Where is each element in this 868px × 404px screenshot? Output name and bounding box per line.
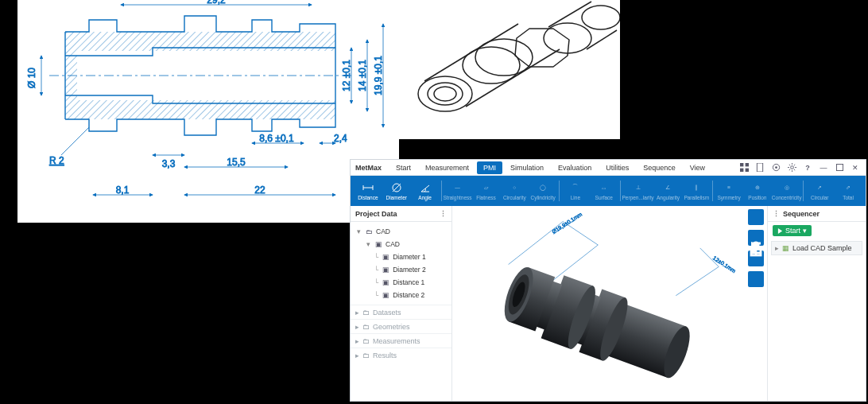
tree-distance-1[interactable]: └▣Distance 1 [351,276,451,289]
tree-distance-2[interactable]: └▣Distance 2 [351,289,451,301]
dim-22: 22 [254,185,265,196]
cube-icon: ▣ [382,278,389,286]
ribbon-circular[interactable]: ↗Circular [805,176,834,206]
sequencer-menu-icon[interactable]: ⋮ [773,210,780,218]
perpendicularity-icon: ⊥ [633,182,644,193]
dim-29-2: 29,2 [207,0,226,6]
sidebar-menu-icon[interactable]: ⋮ [440,210,447,218]
distance-icon [362,182,374,193]
menu-utilities[interactable]: Utilities [599,161,635,174]
layout-icon[interactable] [738,162,750,173]
sequencer-row-load-cad[interactable]: ▸ ▦ Load CAD Sample [771,241,862,255]
section-measurements[interactable]: ▸🗀Measurements [351,333,451,348]
ribbon-symmetry[interactable]: ≡Symmetry [715,176,743,206]
dim-8-1: 8,1 [116,185,130,196]
ribbon-angularity[interactable]: ∠Angularity [654,176,683,206]
menu-start[interactable]: Start [389,161,417,174]
dim-19-9: 19,9 ±0,1 [373,56,384,95]
section-results[interactable]: ▸🗀Results [351,348,451,362]
viewport-dim-distance: 12±0.1mm [712,255,737,274]
minimize-icon[interactable]: — [818,162,829,173]
svg-rect-1 [65,32,335,51]
ribbon-diameter[interactable]: Diameter [382,176,411,206]
menu-simulation[interactable]: Simulation [504,161,550,174]
sequencer-start-button[interactable]: Start ▾ [773,225,812,236]
sequencer-title: Sequencer [783,210,820,218]
symmetry-icon: ≡ [723,182,734,193]
dim-8-6: 8,6 ±0,1 [259,133,294,144]
concentricity-icon: ◎ [781,182,792,193]
tree-node-cad[interactable]: ▾ ▣ CAD [351,238,451,251]
section-datasets[interactable]: ▸🗀Datasets [351,305,451,319]
menu-sequence[interactable]: Sequence [637,161,682,174]
svg-point-23 [582,6,620,29]
document-icon[interactable] [754,162,765,173]
folder-icon: 🗀 [362,309,370,317]
viewport-side-actions [748,209,764,287]
flatness-icon: ▱ [480,182,491,193]
svg-line-39 [676,266,719,295]
ribbon-distance[interactable]: Distance [354,176,382,206]
dim-12: 12 ±0,1 [341,60,352,91]
dim-2-4: 2,4 [334,133,347,144]
dim-3-3: 3,3 [162,158,176,169]
project-tree: ▾ 🗀 CAD ▾ ▣ CAD └▣Diameter 1 └▣Diameter … [351,222,451,305]
circular-runout-icon: ↗ [814,182,825,193]
ribbon-flatness[interactable]: ▱Flatness [472,176,501,206]
section-geometries[interactable]: ▸🗀Geometries [351,319,451,333]
cube-icon: ▣ [382,253,389,261]
cube-icon: ▣ [382,291,389,299]
svg-rect-25 [745,163,748,166]
menu-measurement[interactable]: Measurement [419,161,475,174]
ribbon-angle[interactable]: Angle [411,176,440,206]
svg-point-31 [790,166,793,169]
svg-line-6 [61,127,89,155]
svg-rect-26 [740,169,743,172]
menubar: MetMax Start Measurement PMI Simulation … [351,160,866,176]
cylindricity-icon: ◯ [537,182,548,193]
dim-15-5: 15,5 [227,157,246,168]
tree-diameter-1[interactable]: └▣Diameter 1 [351,251,451,263]
action-snap[interactable] [748,271,764,287]
tree-root-cad[interactable]: ▾ 🗀 CAD [351,225,451,238]
ribbon-concentricity[interactable]: ◎Concentricity [772,176,802,206]
maximize-icon[interactable] [834,162,845,173]
help-icon[interactable]: ? [802,162,813,173]
folder-icon: 🗀 [365,227,373,235]
svg-rect-2 [65,100,335,119]
project-data-panel: Project Data ⋮ ▾ 🗀 CAD ▾ ▣ CAD └▣Diamete… [351,206,452,401]
chevron-down-icon: ▾ [803,227,807,235]
cube-icon: ▣ [382,266,389,274]
project-data-title: Project Data [355,210,397,218]
ribbon-parallelism[interactable]: ∥Parallelism [682,176,711,206]
gear-icon[interactable] [786,162,797,173]
viewport-dim-diameter: Ø19,9±0.1mm [551,211,583,235]
total-runout-icon: ⇗ [843,182,854,193]
3d-viewport[interactable]: Ø19,9±0.1mm 12±0.1mm [452,206,767,401]
sequencer-panel: ⋮ Sequencer Start ▾ ▸ ▦ Load CAD Sample [767,206,866,401]
tree-diameter-2[interactable]: └▣Diameter 2 [351,263,451,276]
folder-icon: 🗀 [362,352,370,359]
menu-evaluation[interactable]: Evaluation [552,161,598,174]
circularity-icon: ○ [509,182,520,193]
svg-point-18 [428,83,463,105]
ribbon-line[interactable]: ⌒Line [561,176,590,206]
ribbon-cylindricity[interactable]: ◯Cylindricity [529,176,557,206]
technical-drawing-panel: Ø 10 R 2 29,2 3,3 15,5 8,1 22 8,6 ±0,1 2… [17,0,399,223]
svg-rect-28 [757,163,762,172]
dim-r2: R 2 [49,155,64,166]
ribbon-circularity[interactable]: ○Circularity [500,176,529,206]
settings-icon[interactable] [770,162,781,173]
ribbon-perpendicularity[interactable]: ⊥Perpen...larity [622,176,654,206]
close-icon[interactable]: ✕ [850,162,861,173]
dim-14: 14 ±0,1 [357,60,368,91]
ribbon-surface[interactable]: ⌓Surface [590,176,618,206]
menu-pmi[interactable]: PMI [477,161,502,174]
angularity-icon: ∠ [662,182,673,193]
svg-point-21 [475,39,533,76]
menu-view[interactable]: View [684,161,711,174]
ribbon-position[interactable]: ⊕Position [743,176,772,206]
angle-icon [420,182,431,193]
ribbon-total[interactable]: ⇗Total [834,176,862,206]
ribbon-straightness[interactable]: —Straightness [443,176,471,206]
